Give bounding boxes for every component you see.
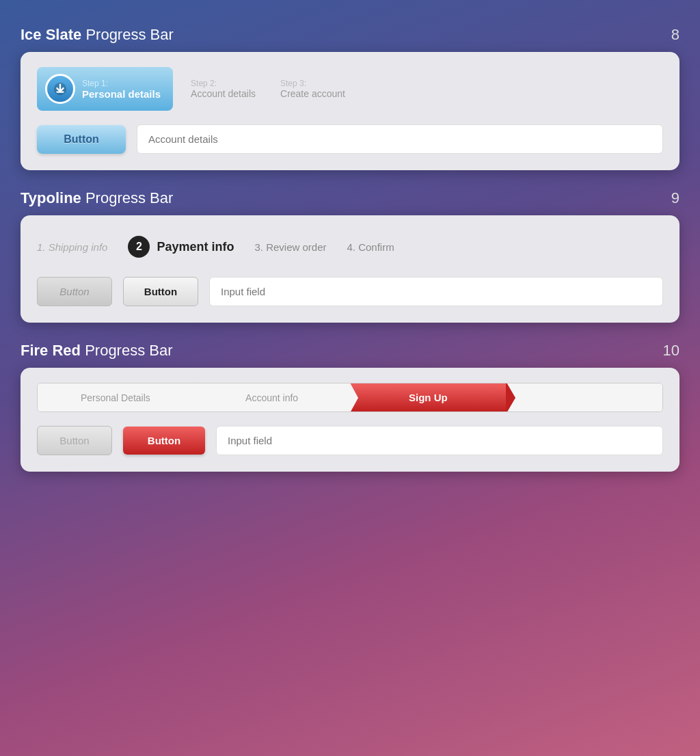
fire-red-controls: Button Button [37, 426, 663, 455]
fire-red-step4-empty [507, 383, 662, 411]
fire-red-title: Fire Red Progress Bar [21, 342, 173, 360]
typoline-step1: 1. Shipping info [37, 241, 107, 253]
ice-slate-steps: Step 1: Personal details Step 2: Account… [37, 67, 663, 111]
typoline-step4: 4. Confirm [347, 241, 394, 253]
typoline-step3: 3. Review order [254, 241, 326, 253]
typoline-input[interactable] [209, 277, 663, 306]
download-icon [53, 81, 68, 96]
fire-red-button-disabled[interactable]: Button [37, 426, 112, 455]
typoline-card: 1. Shipping info 2 Payment info 3. Revie… [21, 215, 679, 323]
step1-icon [45, 74, 75, 104]
fire-red-step3-active: Sign Up [351, 383, 507, 411]
fire-red-section-header: Fire Red Progress Bar 10 [21, 342, 679, 360]
ice-slate-step3: Step 3: Create account [273, 75, 352, 103]
ice-slate-number: 8 [671, 26, 679, 44]
typoline-controls: Button Button [37, 277, 663, 306]
typoline-steps: 1. Shipping info 2 Payment info 3. Revie… [37, 230, 663, 263]
step1-text: Step 1: Personal details [82, 79, 161, 100]
ice-slate-step1-active: Step 1: Personal details [37, 67, 173, 111]
ice-slate-card: Step 1: Personal details Step 2: Account… [21, 52, 679, 170]
fire-red-steps: Personal Details Account info Sign Up [37, 383, 663, 412]
ice-slate-section-header: Ice Slate Progress Bar 8 [21, 26, 679, 44]
typoline-badge: 2 [128, 236, 150, 258]
ice-slate-input[interactable] [137, 124, 663, 154]
ice-slate-controls: Button [37, 124, 663, 154]
typoline-step2-active: 2 Payment info [128, 236, 234, 258]
fire-red-input[interactable] [216, 426, 663, 455]
ice-slate-button[interactable]: Button [37, 125, 126, 154]
fire-red-card: Personal Details Account info Sign Up Bu… [21, 368, 679, 472]
ice-slate-step2: Step 2: Account details [184, 75, 262, 103]
fire-red-number: 10 [663, 342, 679, 360]
typoline-section-header: Typoline Progress Bar 9 [21, 189, 679, 207]
fire-red-step2: Account info [194, 383, 351, 411]
typoline-button[interactable]: Button [123, 277, 198, 306]
typoline-button-disabled[interactable]: Button [37, 277, 112, 306]
typoline-number: 9 [671, 189, 679, 207]
fire-red-button[interactable]: Button [123, 427, 205, 455]
fire-red-step1: Personal Details [38, 383, 194, 411]
typoline-title: Typoline Progress Bar [21, 189, 173, 207]
ice-slate-title: Ice Slate Progress Bar [21, 26, 174, 44]
